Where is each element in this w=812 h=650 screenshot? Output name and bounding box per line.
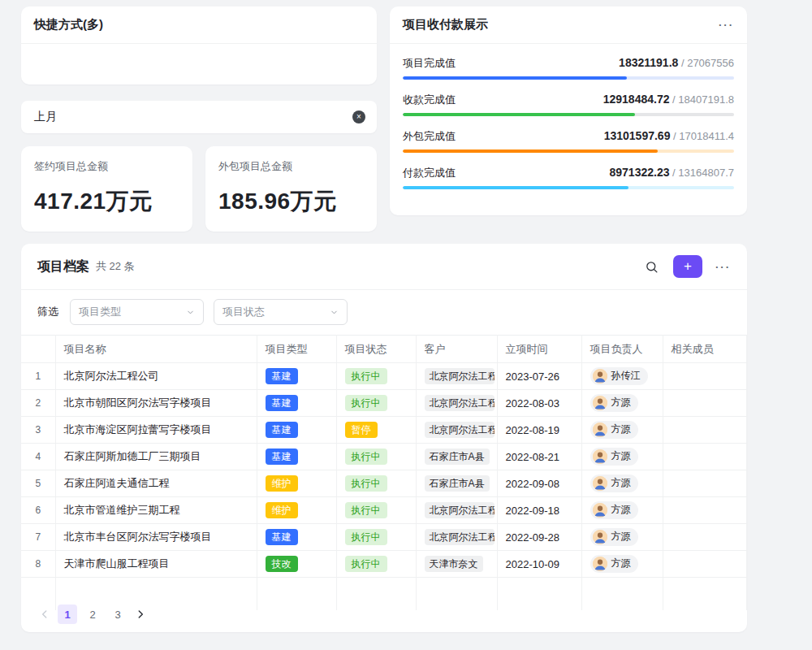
progress-track [403,150,734,153]
row-index: 6 [21,497,55,524]
status-badge: 执行中 [345,529,387,545]
start-date: 2022-09-28 [497,524,581,551]
progress-fill [403,186,628,189]
avatar [593,557,607,571]
customer-chip: 北京阿尔法工程 [425,422,495,438]
type-badge: 维护 [266,502,298,518]
table-row[interactable]: 8天津市爬山服工程项目技改执行中天津市奈文2022-10-09方源 [21,551,747,578]
related-members-cell [663,363,747,390]
table-row[interactable]: 1北京阿尔法工程公司基建执行中北京阿尔法工程2023-07-26孙传江 [21,363,747,390]
filter-select-2[interactable]: 项目状态 [214,299,348,325]
progress-track [403,186,734,189]
owner-chip: 方源 [590,528,638,546]
progress-track [403,76,734,80]
shortcuts-title: 快捷方式(多) [34,17,103,32]
table-title: 项目档案 [37,258,89,275]
related-members-cell [663,390,747,417]
progress-fill [403,150,658,153]
table-row[interactable]: 6北京市管道维护三期工程维护执行中北京阿尔法工程2022-09-18方源 [21,497,747,524]
payments-progress-list: 项目完成值18321191.8 / 27067556收款完成值12918484.… [390,44,747,189]
owner-chip: 方源 [590,421,638,439]
pagination: 123 [37,604,148,624]
payments-more-icon[interactable]: ··· [719,19,734,31]
progress-value: 18321191.8 [619,56,678,69]
owner-name: 方源 [611,396,631,410]
clear-filter-icon[interactable]: × [352,110,365,124]
progress-row: 项目完成值18321191.8 / 27067556 [403,56,734,80]
filter-placeholder: 项目类型 [79,305,121,319]
related-members-cell [663,524,747,551]
progress-label: 项目完成值 [403,56,456,71]
related-members-cell [663,417,747,444]
owner-name: 方源 [611,557,631,570]
progress-value: 8971322.23 [610,166,670,179]
add-button[interactable]: + [673,255,702,278]
status-badge: 暂停 [345,422,378,438]
progress-label: 外包完成值 [403,129,456,144]
status-badge: 执行中 [345,475,387,492]
project-name: 北京市海淀区阿拉蕾写字楼项目 [55,417,257,444]
row-index: 3 [21,417,55,444]
customer-chip: 北京阿尔法工程 [425,368,495,384]
owner-name: 方源 [611,449,631,463]
payments-card: 项目收付款展示 ··· 项目完成值18321191.8 / 27067556收款… [390,6,747,215]
prev-page-icon[interactable] [37,609,52,620]
table-row[interactable]: 3北京市海淀区阿拉蕾写字楼项目基建暂停北京阿尔法工程2022-08-19方源 [21,417,747,444]
row-index: 4 [21,444,55,470]
table-row[interactable]: 2北京市朝阳区阿尔法写字楼项目基建执行中北京阿尔法工程2022-08-03方源 [21,390,747,417]
project-name: 石家庄阿道夫通信工程 [55,470,257,497]
progress-fill [403,113,635,116]
avatar [593,369,607,384]
type-badge: 基建 [266,395,298,411]
project-name: 石家庄阿斯加德工厂三期项目 [55,444,257,470]
progress-fill [403,76,627,80]
table-row[interactable]: 7北京市丰台区阿尔法写字楼项目基建执行中北京阿尔法工程2022-09-28方源 [21,524,747,551]
column-header-index [21,336,55,363]
projects-table: 项目名称项目类型项目状态客户立项时间项目负责人相关成员 1北京阿尔法工程公司基建… [21,335,747,610]
progress-values: 8971322.23 / 13164807.7 [610,166,735,179]
owner-chip: 方源 [590,555,638,573]
table-row[interactable]: 5石家庄阿道夫通信工程维护执行中石家庄市A县2022-09-08方源 [21,470,747,497]
filter-selects: 项目类型项目状态 [70,299,348,325]
stat-label: 签约项目总金额 [34,159,179,174]
type-badge: 基建 [266,529,298,545]
status-badge: 执行中 [345,502,387,518]
start-date: 2022-08-21 [497,444,581,470]
table-row[interactable]: 4石家庄阿斯加德工厂三期项目基建执行中石家庄市A县2022-08-21方源 [21,444,747,470]
progress-values: 13101597.69 / 17018411.4 [604,129,734,142]
row-index: 2 [21,390,55,417]
progress-row: 外包完成值13101597.69 / 17018411.4 [403,129,734,153]
shortcuts-card: 快捷方式(多) [21,6,377,84]
owner-chip: 孙传江 [590,367,648,385]
project-name: 天津市爬山服工程项目 [55,551,257,578]
table-header-row: 项目名称项目类型项目状态客户立项时间项目负责人相关成员 [21,336,747,363]
progress-value: 13101597.69 [604,129,671,142]
progress-total: / 13164807.7 [669,167,734,179]
progress-values: 18321191.8 / 27067556 [619,56,734,69]
next-page-icon[interactable] [133,609,148,620]
page-2[interactable]: 2 [83,604,102,624]
column-header: 项目状态 [336,336,416,363]
table-more-icon[interactable]: ··· [715,261,731,273]
search-icon[interactable] [645,260,659,274]
type-badge: 维护 [266,475,298,492]
progress-label: 收款完成值 [403,93,456,107]
page-1[interactable]: 1 [58,604,77,624]
customer-chip: 天津市奈文 [425,556,483,572]
column-header: 立项时间 [497,336,581,363]
progress-track [403,113,734,116]
related-members-cell [663,551,747,578]
stat-card-outsource-total: 外包项目总金额 185.96万元 [205,146,377,232]
avatar [593,396,607,410]
filter-select-1[interactable]: 项目类型 [70,299,204,325]
projects-card: 项目档案 共 22 条 + ··· 筛选 项目类型项目状态 项目名称项目类型项目… [21,244,747,632]
avatar [593,422,607,437]
avatar [593,530,607,544]
project-name: 北京阿尔法工程公司 [55,363,257,390]
progress-total: / 27067556 [678,57,734,69]
customer-chip: 北京阿尔法工程 [425,502,495,518]
page-3[interactable]: 3 [108,604,127,624]
time-filter[interactable]: 上月 × [21,101,377,133]
type-badge: 基建 [266,448,298,465]
start-date: 2022-08-03 [497,390,581,417]
